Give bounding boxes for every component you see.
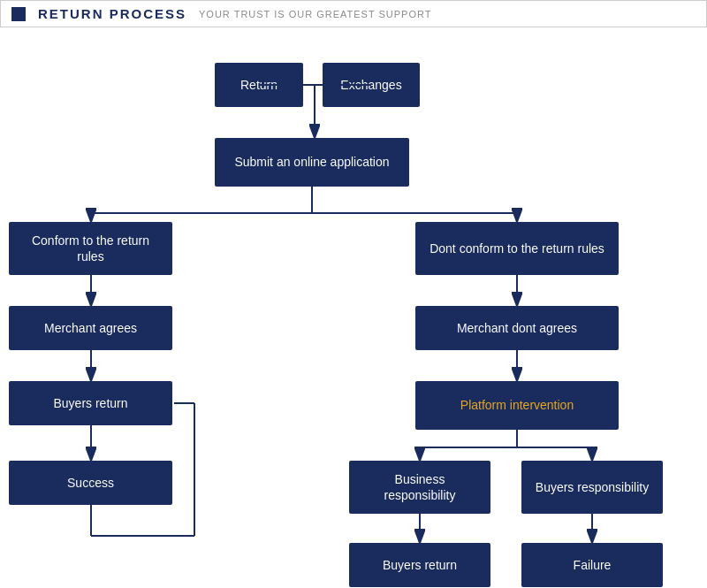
return-box: Return (215, 63, 303, 107)
header-title: RETURN PROCESS (38, 6, 186, 21)
exchanges-box: Exchanges (323, 63, 420, 107)
success-box: Success (9, 461, 172, 505)
business-resp-box: Business responsibility (349, 461, 490, 514)
platform-box: Platform intervention (415, 381, 619, 430)
conform-box: Conform to the return rules (9, 222, 172, 275)
buyers-return-right-box: Buyers return (349, 543, 490, 587)
merchant-agrees-box: Merchant agrees (9, 306, 172, 350)
header-icon (11, 7, 26, 21)
buyers-return-left-box: Buyers return (9, 381, 172, 425)
failure-box: Failure (521, 543, 663, 587)
submit-box: Submit an online application (215, 138, 409, 187)
header-subtitle: YOUR TRUST IS OUR GREATEST SUPPORT (199, 9, 431, 19)
merchant-dont-box: Merchant dont agrees (415, 306, 619, 350)
dont-conform-box: Dont conform to the return rules (415, 222, 619, 275)
header: RETURN PROCESS YOUR TRUST IS OUR GREATES… (0, 0, 707, 27)
diagram: Return Exchanges Submit an online applic… (0, 27, 707, 584)
buyers-resp-box: Buyers responsibility (521, 461, 663, 514)
